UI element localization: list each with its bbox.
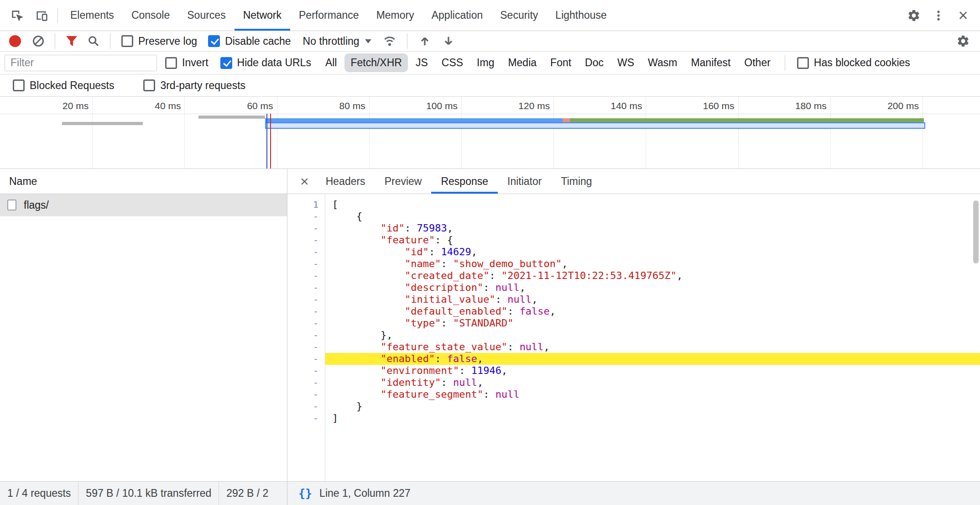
tab-performance[interactable]: Performance	[290, 0, 368, 31]
gutter-line-marker[interactable]: -	[287, 341, 325, 353]
tab-lighthouse[interactable]: Lighthouse	[547, 0, 615, 31]
gutter-line-marker[interactable]: -	[287, 305, 325, 317]
code-line[interactable]: "id": 75983,	[325, 222, 980, 234]
gutter-line-marker[interactable]: -	[287, 317, 325, 329]
close-detail-icon[interactable]: ×	[293, 174, 316, 189]
gutter-line-marker[interactable]: -	[287, 258, 325, 270]
kebab-menu-icon[interactable]	[926, 3, 951, 28]
filter-type-fetch-xhr[interactable]: Fetch/XHR	[344, 53, 407, 72]
filter-type-img[interactable]: Img	[471, 53, 500, 72]
code-line[interactable]: "type": "STANDARD"	[325, 317, 980, 329]
filter-type-all[interactable]: All	[319, 53, 343, 72]
code-line[interactable]: ]	[325, 412, 980, 424]
network-conditions-icon[interactable]	[380, 32, 400, 50]
filter-type-media[interactable]: Media	[502, 53, 542, 72]
tab-security[interactable]: Security	[491, 0, 547, 31]
inspect-element-icon[interactable]	[5, 3, 29, 28]
filter-funnel-icon[interactable]	[63, 32, 81, 50]
code-line[interactable]: "feature": {	[325, 234, 980, 246]
gutter-line-marker[interactable]: -	[287, 353, 325, 365]
gutter-line-marker[interactable]: -	[287, 210, 325, 222]
gutter-line-marker[interactable]: -	[287, 329, 325, 341]
filter-type-manifest[interactable]: Manifest	[685, 53, 736, 72]
gutter-line-marker[interactable]: -	[287, 400, 325, 412]
tab-headers[interactable]: Headers	[316, 169, 375, 194]
filter-input[interactable]	[5, 55, 157, 71]
code-line[interactable]: }	[325, 400, 980, 412]
gutter-line-marker[interactable]: 1	[287, 199, 325, 210]
search-icon[interactable]	[84, 32, 103, 50]
code-line[interactable]: "description": null,	[325, 282, 980, 294]
tab-timing[interactable]: Timing	[551, 169, 601, 194]
tab-preview[interactable]: Preview	[375, 169, 432, 194]
device-toolbar-icon[interactable]	[29, 3, 54, 28]
code-line[interactable]: "enabled": false,	[325, 353, 980, 365]
tab-memory[interactable]: Memory	[368, 0, 423, 31]
blocked-requests-checkbox[interactable]: Blocked Requests	[9, 79, 118, 92]
scrollbar-thumb[interactable]	[973, 200, 979, 263]
preserve-log-label: Preserve log	[138, 35, 197, 47]
gutter-line-marker[interactable]: -	[287, 270, 325, 282]
import-har-icon[interactable]	[415, 32, 435, 50]
has-blocked-cookies-checkbox[interactable]: Has blocked cookies	[793, 57, 914, 69]
gutter-line-marker[interactable]: -	[287, 246, 325, 258]
token: null	[520, 341, 544, 352]
tab-elements[interactable]: Elements	[62, 0, 123, 31]
token: "name"	[405, 258, 441, 269]
code-line[interactable]: "name": "show_demo_button",	[325, 258, 980, 270]
code-line[interactable]: "feature_segment": null	[325, 389, 980, 400]
tab-initiator[interactable]: Initiator	[498, 169, 551, 194]
code-line[interactable]: [	[325, 199, 980, 210]
gutter-line-marker[interactable]: -	[287, 377, 325, 389]
token: ,	[532, 294, 537, 305]
gutter-line-marker[interactable]: -	[287, 222, 325, 234]
third-party-requests-checkbox[interactable]: 3rd-party requests	[140, 79, 249, 92]
gutter-line-marker[interactable]: -	[287, 412, 325, 424]
pretty-print-icon[interactable]: {}	[298, 487, 312, 500]
token: :	[459, 365, 471, 376]
code-line[interactable]: "initial_value": null,	[325, 294, 980, 305]
filter-type-font[interactable]: Font	[544, 53, 577, 72]
request-row-flags[interactable]: flags/	[0, 194, 287, 216]
code-line[interactable]: "environment": 11946,	[325, 365, 980, 377]
filter-type-wasm[interactable]: Wasm	[642, 53, 683, 72]
code-line[interactable]: "identity": null,	[325, 377, 980, 389]
tab-sources[interactable]: Sources	[178, 0, 234, 31]
tab-console[interactable]: Console	[123, 0, 178, 31]
request-name: flags/	[24, 199, 49, 211]
requests-count: 1 / 4 requests	[0, 482, 78, 505]
code-line[interactable]: {	[325, 210, 980, 222]
record-button[interactable]	[9, 35, 21, 47]
code-line[interactable]: "feature_state_value": null,	[325, 341, 980, 353]
filter-type-js[interactable]: JS	[410, 53, 434, 72]
gutter-line-marker[interactable]: -	[287, 234, 325, 246]
gutter-line-marker[interactable]: -	[287, 389, 325, 400]
code-line[interactable]: "default_enabled": false,	[325, 305, 980, 317]
throttling-select[interactable]: No throttling	[298, 35, 376, 47]
settings-gear-icon[interactable]	[902, 3, 926, 28]
network-settings-gear-icon[interactable]	[951, 29, 975, 53]
gutter-line-marker[interactable]: -	[287, 294, 325, 305]
gutter-line-marker[interactable]: -	[287, 365, 325, 377]
filter-type-doc[interactable]: Doc	[579, 53, 610, 72]
name-column-header[interactable]: Name	[0, 169, 287, 194]
close-devtools-icon[interactable]: ×	[951, 3, 975, 28]
filter-type-ws[interactable]: WS	[611, 53, 640, 72]
code-line[interactable]: "created_date": "2021-11-12T10:22:53.419…	[325, 270, 980, 282]
clear-requests-icon[interactable]	[29, 32, 47, 50]
tab-response[interactable]: Response	[431, 169, 498, 194]
filter-type-other[interactable]: Other	[738, 53, 777, 72]
code-line[interactable]: "id": 14629,	[325, 246, 980, 258]
disable-cache-checkbox[interactable]: Disable cache	[204, 35, 294, 47]
response-code-viewer[interactable]: 1------------------ [ { "id": 75983, "fe…	[287, 194, 980, 481]
tab-network[interactable]: Network	[235, 0, 290, 31]
hide-data-urls-checkbox[interactable]: Hide data URLs	[217, 57, 315, 69]
invert-checkbox[interactable]: Invert	[162, 57, 212, 69]
tab-application[interactable]: Application	[423, 0, 492, 31]
filter-type-css[interactable]: CSS	[436, 53, 469, 72]
export-har-icon[interactable]	[438, 32, 459, 50]
network-overview-timeline[interactable]: 20 ms40 ms60 ms80 ms100 ms120 ms140 ms16…	[0, 97, 980, 169]
preserve-log-checkbox[interactable]: Preserve log	[118, 35, 201, 47]
code-line[interactable]: },	[325, 329, 980, 341]
gutter-line-marker[interactable]: -	[287, 282, 325, 294]
